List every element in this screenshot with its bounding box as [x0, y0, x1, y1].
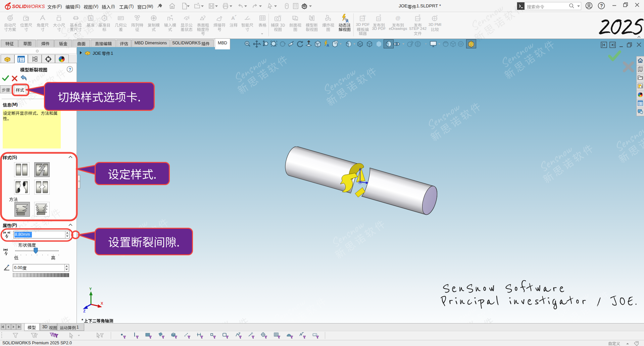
svg-text:@: @: [395, 15, 400, 21]
svg-text:3D: 3D: [278, 15, 281, 17]
svg-text:STEP: STEP: [416, 18, 421, 20]
svg-text:3D: 3D: [363, 15, 366, 17]
svg-text:A: A: [231, 15, 235, 21]
svg-text:A: A: [327, 43, 329, 47]
svg-text:Y: Y: [89, 287, 92, 291]
svg-text:?: ?: [69, 67, 71, 72]
svg-text:3D: 3D: [377, 18, 380, 20]
svg-text:1.2: 1.2: [313, 334, 316, 336]
svg-text:?: ?: [436, 14, 438, 17]
svg-text:SOLIDWORKS: SOLIDWORKS: [12, 4, 45, 9]
svg-text:Z: Z: [83, 309, 86, 313]
svg-text:PDF: PDF: [361, 17, 365, 20]
svg-text:X: X: [101, 301, 103, 305]
